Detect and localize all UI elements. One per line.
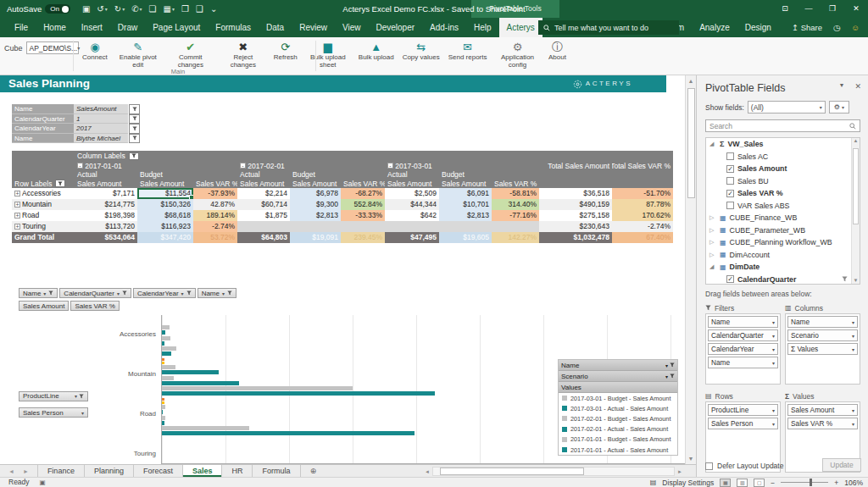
pivot-cell[interactable]: -2.74% [193, 221, 237, 232]
pivot-cell[interactable]: $19,091 [290, 232, 341, 243]
defer-layout-checkbox[interactable] [705, 462, 713, 470]
pivot-cell[interactable] [385, 221, 439, 232]
sheet-tab-hr[interactable]: HR [222, 465, 253, 477]
field-group-dimaccount[interactable]: ▷▦ DimAccount [706, 249, 860, 262]
ribbon-button-enable-pivot-edit[interactable]: ✎ Enable pivot edit [112, 39, 164, 69]
filter-funnel-button[interactable] [129, 114, 140, 125]
expand-icon[interactable]: ▷ [709, 239, 716, 246]
display-settings-label[interactable]: Display Settings [662, 479, 714, 487]
pivot-cell[interactable] [237, 221, 290, 232]
normal-view-icon[interactable]: ▦ [720, 479, 731, 487]
pivot-cell[interactable]: 189.14% [193, 210, 237, 221]
share-button[interactable]: ↥ Share [792, 23, 822, 32]
ribbon-button-connect[interactable]: ◉ Connect [78, 39, 112, 63]
sheet-tab-finance[interactable]: Finance [37, 465, 85, 477]
pivot-cell[interactable]: $198,398 [75, 210, 137, 221]
expand-icon[interactable]: ▷ [709, 214, 716, 221]
field-item-calendarquarter[interactable]: ✓ CalendarQuarter [706, 274, 860, 285]
ribbon-tab-developer[interactable]: Developer [368, 18, 422, 37]
field-checkbox[interactable] [726, 152, 734, 160]
fields-scrollbar-thumb[interactable] [853, 148, 859, 224]
pivot-cell[interactable]: $1,875 [237, 210, 290, 221]
pivot-cell[interactable]: 552.84% [341, 199, 385, 210]
chart-field-button-sales-person[interactable]: Sales Person▾ [19, 407, 88, 418]
row-labels-filter-button[interactable] [55, 180, 65, 187]
field-checkbox[interactable] [726, 177, 734, 185]
pane-options-icon[interactable]: ▼ [839, 82, 845, 91]
fields-list-scrollbar[interactable]: ▲▼ [851, 138, 860, 284]
new-document-icon[interactable]: ❏ [149, 4, 157, 14]
collapse-group-button[interactable]: - [77, 163, 83, 169]
row-label[interactable]: +Touring [12, 221, 75, 232]
show-fields-dropdown[interactable]: (All)▾ [748, 101, 826, 113]
ribbon-tab-acterys[interactable]: Acterys [499, 18, 542, 37]
ribbon-button-application-config[interactable]: ⚙ Application config [491, 39, 543, 69]
ribbon-tab-add-ins[interactable]: Add-ins [422, 18, 466, 37]
row-label[interactable]: +Road [12, 210, 75, 221]
pivot-cell[interactable]: $2,509 [385, 188, 439, 199]
area-field-chip[interactable]: CalendarQuarter▾ [708, 329, 778, 341]
edit-grid-icon[interactable]: ▦▾ [164, 4, 175, 14]
chart-value-button[interactable]: Sales Amount [19, 301, 69, 311]
area-field-chip[interactable]: Name▾ [708, 316, 778, 328]
pivot-cell[interactable]: -51.70% [612, 188, 673, 199]
pane-close-icon[interactable]: ✕ [854, 82, 861, 91]
ribbon-tab-draw[interactable]: Draw [110, 18, 145, 37]
pivot-cell[interactable]: -77.16% [492, 210, 539, 221]
pivot-cell[interactable]: $10,701 [439, 199, 492, 210]
chart-field-button-productline[interactable]: ProductLine▾ [19, 391, 88, 401]
fields-search-input[interactable]: Search [705, 119, 860, 132]
legend-header-values[interactable]: Values [559, 382, 677, 393]
new-sheet-button[interactable]: ⊕ [306, 465, 321, 477]
pivot-cell[interactable]: $2,813 [439, 210, 492, 221]
ribbon-button-bulk-upload-sheet[interactable]: ▆ Bulk upload sheet [302, 39, 354, 69]
filter-funnel-button[interactable] [129, 134, 140, 144]
ribbon-tab-formulas[interactable]: Formulas [208, 18, 259, 37]
sheet-tab-planning[interactable]: Planning [85, 465, 134, 477]
horizontal-scrollbar-track[interactable] [432, 467, 675, 476]
ribbon-tab-analyze[interactable]: Analyze [692, 18, 737, 37]
pivot-cell[interactable]: $6,091 [439, 188, 492, 199]
pivot-cell[interactable]: 67.40% [612, 232, 673, 243]
legend-header-name[interactable]: Name▾ [559, 360, 677, 371]
ribbon-button-copy-values[interactable]: ⇆ Copy values [398, 39, 444, 63]
field-item-sales-var--[interactable]: ✓ Sales VAR % [706, 187, 860, 200]
pivot-cell[interactable]: $2,214 [237, 188, 290, 199]
pivot-cell[interactable]: 53.72% [193, 232, 237, 243]
field-item-var-sales-abs[interactable]: VAR Sales ABS [706, 200, 860, 213]
column-labels-filter-button[interactable] [129, 152, 139, 160]
next-sheet-icon[interactable]: ► [23, 468, 29, 474]
macro-record-icon[interactable]: ▣ [40, 478, 46, 487]
area-field-chip[interactable]: Sales Amount▾ [787, 404, 858, 416]
pivot-cell[interactable]: $64,803 [237, 232, 290, 243]
field-checkbox[interactable] [726, 202, 734, 209]
ribbon-tab-data[interactable]: Data [259, 18, 292, 37]
pivot-cell[interactable]: $68,618 [137, 210, 193, 221]
copy-down-icon[interactable]: ❑ [196, 4, 203, 14]
pivot-cell[interactable]: $490,159 [539, 199, 612, 210]
sheet-tab-formula[interactable]: Formula [253, 465, 300, 477]
activity-icon[interactable]: ◷ [833, 23, 840, 32]
sheet-tab-sales[interactable]: Sales [183, 465, 223, 477]
field-group-cube_planning-workflow_wb[interactable]: ▷▦ CUBE_Planning Workflow_WB [706, 236, 860, 249]
zoom-slider-thumb[interactable] [810, 479, 812, 486]
scroll-down-icon[interactable]: ▼ [686, 453, 696, 464]
ribbon-button-send-reports[interactable]: ✉ Send reports [444, 39, 492, 63]
pivot-cell[interactable]: 170.62% [612, 210, 673, 221]
ribbon-display-options-icon[interactable]: ⊡ [773, 0, 797, 18]
tools-gear-button[interactable]: ⚙▾ [829, 101, 849, 113]
scroll-up-icon[interactable]: ▲ [686, 75, 696, 86]
ribbon-tab-design[interactable]: Design [737, 18, 779, 37]
update-button[interactable]: Update [822, 458, 861, 472]
pivot-cell[interactable] [492, 221, 539, 232]
field-checkbox[interactable]: ✓ [726, 275, 734, 283]
pivot-cell[interactable]: $11,554 [137, 188, 193, 199]
pivot-cell[interactable]: 87.78% [612, 199, 673, 210]
close-icon[interactable]: ✕ [844, 0, 868, 18]
collapse-group-button[interactable]: - [387, 163, 393, 169]
ribbon-button-about[interactable]: ⓘ About [543, 39, 570, 63]
field-item-sales-bu[interactable]: Sales BU [706, 175, 860, 188]
ribbon-tab-review[interactable]: Review [292, 18, 335, 37]
pivot-cell[interactable]: $44,344 [385, 199, 439, 210]
pivot-cell[interactable]: $642 [385, 210, 439, 221]
